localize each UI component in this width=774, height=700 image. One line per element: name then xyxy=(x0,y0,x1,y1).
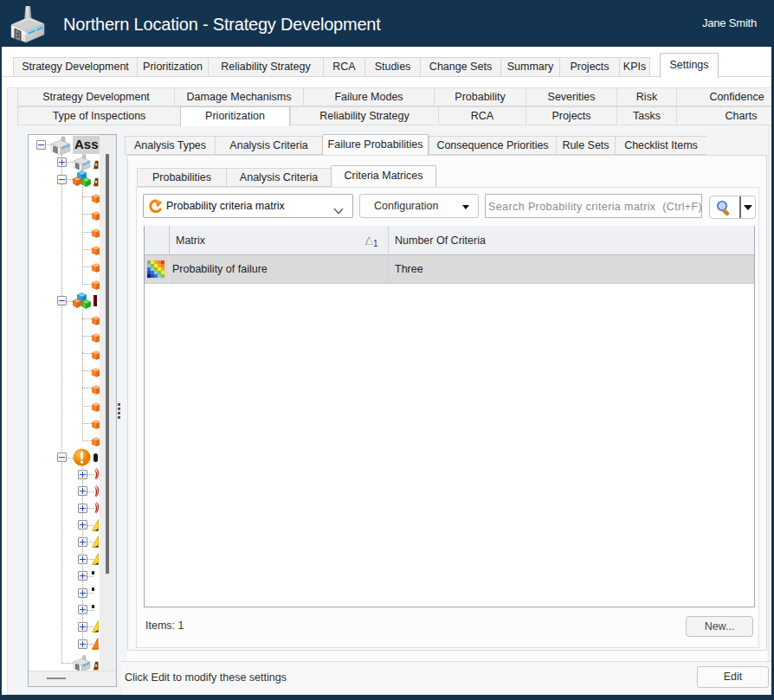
svg-text:1: 1 xyxy=(373,239,378,247)
